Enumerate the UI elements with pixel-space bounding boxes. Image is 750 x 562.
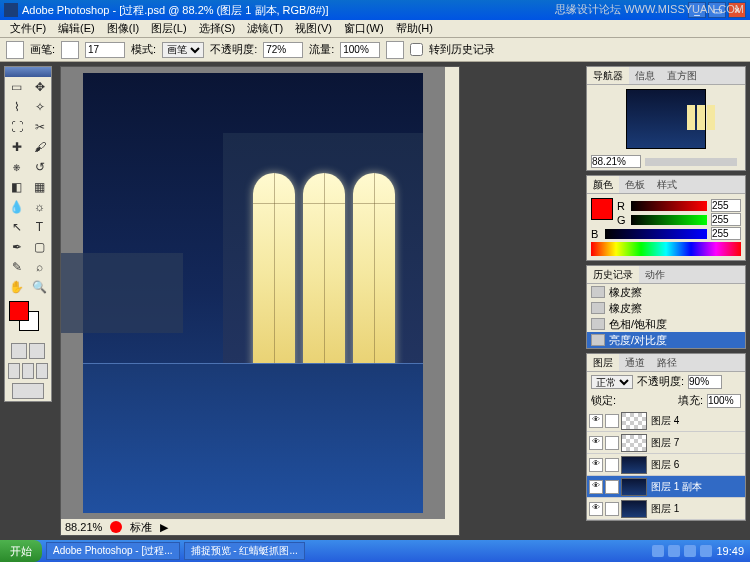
menu-edit[interactable]: 编辑(E) [52, 19, 101, 38]
nav-zoom-input[interactable] [591, 155, 641, 168]
mode-select[interactable]: 画笔 [162, 42, 204, 58]
canvas[interactable] [61, 67, 445, 519]
layer-row[interactable]: 👁图层 7 [587, 432, 745, 454]
clock[interactable]: 19:49 [716, 545, 744, 557]
marquee-tool[interactable]: ▭ [5, 77, 28, 97]
status-arrow-icon[interactable]: ▶ [160, 521, 168, 534]
history-brush-tool[interactable]: ↺ [28, 157, 51, 177]
menu-layer[interactable]: 图层(L) [145, 19, 192, 38]
tab-actions[interactable]: 动作 [639, 266, 671, 283]
brush-size-input[interactable] [85, 42, 125, 58]
tray-icon[interactable] [652, 545, 664, 557]
tray-icon[interactable] [668, 545, 680, 557]
menu-filter[interactable]: 滤镜(T) [241, 19, 289, 38]
screen-std-icon[interactable] [8, 363, 20, 379]
path-tool[interactable]: ↖ [5, 217, 28, 237]
layer-row[interactable]: 👁图层 4 [587, 410, 745, 432]
visibility-icon[interactable]: 👁 [589, 502, 603, 516]
notes-tool[interactable]: ✎ [5, 257, 28, 277]
tab-info[interactable]: 信息 [629, 67, 661, 84]
color-fg-icon[interactable] [591, 198, 613, 220]
heal-tool[interactable]: ✚ [5, 137, 28, 157]
dodge-tool[interactable]: ☼ [28, 197, 51, 217]
standard-mode-icon[interactable] [11, 343, 27, 359]
type-tool[interactable]: T [28, 217, 51, 237]
move-tool[interactable]: ✥ [28, 77, 51, 97]
visibility-icon[interactable]: 👁 [589, 480, 603, 494]
layer-row[interactable]: 👁图层 1 副本 [587, 476, 745, 498]
tray-icon[interactable] [684, 545, 696, 557]
layer-thumbnail[interactable] [621, 456, 647, 474]
color-swatches[interactable] [9, 301, 47, 337]
screen-full-icon[interactable] [22, 363, 34, 379]
jump-imageready-icon[interactable] [12, 383, 44, 399]
eraser-tool[interactable]: ◧ [5, 177, 28, 197]
navigator-thumbnail[interactable] [626, 89, 706, 149]
lasso-tool[interactable]: ⌇ [5, 97, 28, 117]
b-input[interactable] [711, 227, 741, 240]
gradient-tool[interactable]: ▦ [28, 177, 51, 197]
pen-tool[interactable]: ✒ [5, 237, 28, 257]
layer-row[interactable]: 👁图层 6 [587, 454, 745, 476]
history-item[interactable]: 色相/饱和度 [587, 316, 745, 332]
layer-thumbnail[interactable] [621, 478, 647, 496]
taskbar-item-capture[interactable]: 捕捉预览 - 红蜻蜓抓图... [184, 542, 305, 560]
zoom-readout[interactable]: 88.21% [65, 521, 102, 533]
menu-window[interactable]: 窗口(W) [338, 19, 390, 38]
stamp-tool[interactable]: ⎈ [5, 157, 28, 177]
link-icon[interactable] [605, 458, 619, 472]
tab-layers[interactable]: 图层 [587, 354, 619, 371]
tab-navigator[interactable]: 导航器 [587, 67, 629, 84]
blur-tool[interactable]: 💧 [5, 197, 28, 217]
menu-select[interactable]: 选择(S) [193, 19, 242, 38]
quickmask-icon[interactable] [29, 343, 45, 359]
menu-file[interactable]: 文件(F) [4, 19, 52, 38]
layer-thumbnail[interactable] [621, 500, 647, 518]
g-input[interactable] [711, 213, 741, 226]
tool-preset-icon[interactable] [6, 41, 24, 59]
b-slider[interactable] [605, 229, 707, 239]
menu-help[interactable]: 帮助(H) [390, 19, 439, 38]
layer-row[interactable]: 👁图层 1 [587, 498, 745, 520]
link-icon[interactable] [605, 502, 619, 516]
blend-mode-select[interactable]: 正常 [591, 375, 633, 389]
toolbox-header[interactable] [5, 67, 51, 77]
taskbar-item-photoshop[interactable]: Adobe Photoshop - [过程... [46, 542, 180, 560]
visibility-icon[interactable]: 👁 [589, 458, 603, 472]
fg-color-icon[interactable] [9, 301, 29, 321]
visibility-icon[interactable]: 👁 [589, 436, 603, 450]
lock-position-icon[interactable] [636, 395, 648, 407]
slice-tool[interactable]: ✂ [28, 117, 51, 137]
tab-history[interactable]: 历史记录 [587, 266, 639, 283]
nav-zoom-slider[interactable] [645, 158, 737, 166]
r-slider[interactable] [631, 201, 707, 211]
hand-tool[interactable]: ✋ [5, 277, 28, 297]
history-item[interactable]: 亮度/对比度 [587, 332, 745, 348]
tab-paths[interactable]: 路径 [651, 354, 683, 371]
opacity-input[interactable] [263, 42, 303, 58]
link-icon[interactable] [605, 436, 619, 450]
menu-view[interactable]: 视图(V) [289, 19, 338, 38]
menu-image[interactable]: 图像(I) [101, 19, 145, 38]
layer-opacity-input[interactable] [688, 375, 722, 389]
flow-input[interactable] [340, 42, 380, 58]
color-spectrum[interactable] [591, 242, 741, 256]
tab-swatches[interactable]: 色板 [619, 176, 651, 193]
airbrush-icon[interactable] [386, 41, 404, 59]
g-slider[interactable] [631, 215, 707, 225]
start-button[interactable]: 开始 [0, 540, 42, 562]
layer-thumbnail[interactable] [621, 434, 647, 452]
zoom-tool[interactable]: 🔍 [28, 277, 51, 297]
brush-tool[interactable]: 🖌 [28, 137, 51, 157]
history-item[interactable]: 橡皮擦 [587, 284, 745, 300]
tab-channels[interactable]: 通道 [619, 354, 651, 371]
screen-fullmenu-icon[interactable] [36, 363, 48, 379]
tab-histogram[interactable]: 直方图 [661, 67, 703, 84]
link-icon[interactable] [605, 480, 619, 494]
tray-icon[interactable] [700, 545, 712, 557]
r-input[interactable] [711, 199, 741, 212]
brush-preview[interactable] [61, 41, 79, 59]
history-item[interactable]: 橡皮擦 [587, 300, 745, 316]
layer-fill-input[interactable] [707, 394, 741, 408]
tab-styles[interactable]: 样式 [651, 176, 683, 193]
